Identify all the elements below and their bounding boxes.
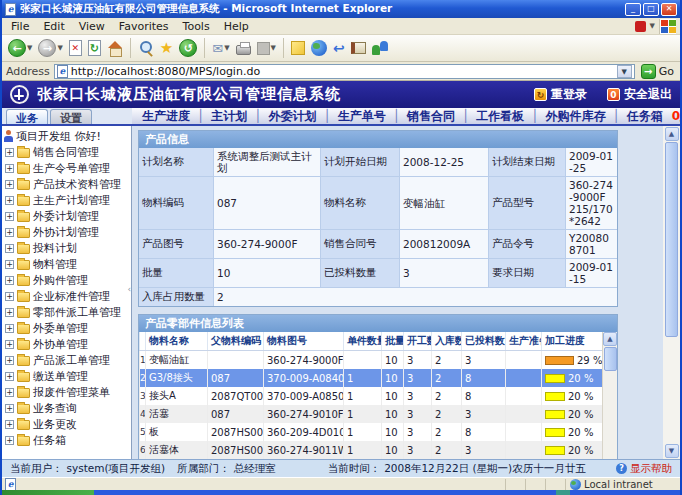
expand-icon[interactable]: + [5,372,14,381]
search-button[interactable] [136,36,156,60]
sidebar-item[interactable]: +零部件派工单管理 [2,304,131,320]
scroll-down-icon[interactable]: ▼ [665,444,679,458]
column-header[interactable]: 父物料编码 [208,332,264,351]
scroll-up-icon[interactable]: ▲ [665,127,679,141]
column-header[interactable]: 批量 [382,332,404,351]
sidebar-item[interactable]: +外协单管理 [2,336,131,352]
forward-button[interactable]: →▼ [36,36,64,60]
tab-业务[interactable]: 业务 [6,109,48,124]
sidebar-item[interactable]: +产品技术资料管理 [2,176,131,192]
scrollbar-thumb[interactable] [604,347,617,371]
column-header[interactable]: 物料图号 [264,332,344,351]
column-header[interactable]: 开工数 [404,332,432,351]
address-input[interactable] [71,65,614,78]
sidebar-collapse-handle[interactable]: ‹ [127,284,131,294]
expand-icon[interactable]: + [5,212,14,221]
menu-favorites[interactable]: Favorites [112,20,176,33]
menu-tools[interactable]: Tools [176,20,217,33]
relogin-button[interactable]: ↻ 重登录 [534,86,587,103]
mail-button[interactable]: ✉▼ [210,36,231,60]
expand-icon[interactable]: + [5,276,14,285]
minimize-button[interactable]: _ [625,3,641,16]
nav-item[interactable]: 生产单号 [338,108,386,124]
curved-arrow-button[interactable]: ↩ [331,36,347,60]
research-button[interactable] [349,36,368,60]
nav-item[interactable]: 销售合同 [407,108,455,124]
expand-icon[interactable]: + [5,180,14,189]
column-header[interactable]: 加工进度 [542,332,603,351]
expand-icon[interactable]: + [5,324,14,333]
stop-button[interactable]: ✕ [67,36,84,60]
sidebar-item[interactable]: +外协计划管理 [2,224,131,240]
column-header[interactable]: 生产准备 [506,332,542,351]
expand-icon[interactable]: + [5,420,14,429]
sidebar-item[interactable]: +物料管理 [2,256,131,272]
table-row[interactable]: 4活塞087360-274-9010F11032320 % [140,405,603,423]
refresh-button[interactable]: ↻ [86,36,103,60]
scroll-up-icon[interactable]: ▲ [603,332,617,346]
menu-edit[interactable]: Edit [36,20,71,33]
page-vertical-scrollbar[interactable]: ▲ ▼ [663,126,680,459]
menu-help[interactable]: Help [217,20,256,33]
sidebar-item[interactable]: +业务更改 [2,416,131,432]
edit-button[interactable]: ▼ [255,36,278,60]
column-header[interactable]: 物料名称 [146,332,208,351]
nav-item[interactable]: 生产进度 [142,108,190,124]
scrollbar-thumb[interactable] [665,142,678,337]
maximize-button[interactable]: □ [643,3,659,16]
close-button[interactable]: ✕ [661,3,677,16]
sidebar-item[interactable]: +任务箱 [2,432,131,448]
menu-file[interactable]: File [4,20,36,33]
expand-icon[interactable]: + [5,244,14,253]
sidebar-item[interactable]: +外购件管理 [2,272,131,288]
nav-item[interactable]: 任务箱 [627,108,663,124]
expand-icon[interactable]: + [5,340,14,349]
adobe-pdf-icon[interactable] [635,21,646,32]
home-button[interactable] [105,36,125,60]
sidebar-item[interactable]: +产品派工单管理 [2,352,131,368]
favorites-button[interactable]: ★ [158,36,175,60]
sidebar-item[interactable]: +缴送单管理 [2,368,131,384]
nav-item[interactable]: 外购件库存 [545,108,605,124]
adobe-dropdown-icon[interactable]: ▼ [650,22,655,30]
expand-icon[interactable]: + [5,164,14,173]
sidebar-item[interactable]: +生产令号单管理 [2,160,131,176]
expand-icon[interactable]: + [5,436,14,445]
expand-icon[interactable]: + [5,388,14,397]
table-row[interactable]: 3接头A2087QT002370-009-A085011032820 % [140,387,603,405]
table-row[interactable]: 1变幅油缸360-274-9000F1032329 % [140,351,603,370]
go-button[interactable]: → Go [639,64,676,79]
sidebar-item[interactable]: +主生产计划管理 [2,192,131,208]
expand-icon[interactable]: + [5,308,14,317]
sidebar-item[interactable]: +报废件管理菜单 [2,384,131,400]
column-header[interactable]: 已投料数 [462,332,506,351]
table-row[interactable]: 2G3/8接头087370-009-A084011032820 % [140,369,603,387]
parts-vertical-scrollbar[interactable]: ▲ ▼ [602,332,617,459]
expand-icon[interactable]: + [5,292,14,301]
start-button[interactable] [2,490,94,495]
nav-item[interactable]: 主计划 [211,108,247,124]
table-row[interactable]: 5板2087HS002360-209-4D01011032820 % [140,423,603,441]
sidebar-item[interactable]: +投料计划 [2,240,131,256]
table-row[interactable]: 6活塞体2087HS002360-274-9011W11032320 % [140,441,603,459]
expand-icon[interactable]: + [5,148,14,157]
history-button[interactable]: ↺ [177,36,199,60]
print-button[interactable] [234,36,253,60]
nav-item[interactable]: 外委计划 [268,108,316,124]
notes-button[interactable] [289,36,307,60]
sidebar-item[interactable]: +企业标准件管理 [2,288,131,304]
tab-设置[interactable]: 设置 [50,109,92,124]
column-header[interactable]: 入库数 [432,332,462,351]
sidebar-item[interactable]: +外委计划管理 [2,208,131,224]
sidebar-item[interactable]: +外委单管理 [2,320,131,336]
back-button[interactable]: ←▼ [6,36,34,60]
expand-icon[interactable]: + [5,228,14,237]
sidebar-item[interactable]: +销售合同管理 [2,144,131,160]
messenger-button[interactable] [370,36,390,60]
browser-globe-button[interactable] [309,36,329,60]
menu-view[interactable]: View [72,20,112,33]
show-help-link[interactable]: ? 显示帮助 [616,462,672,476]
address-dropdown-icon[interactable]: ▼ [617,65,632,78]
sidebar-item[interactable]: +业务查询 [2,400,131,416]
expand-icon[interactable]: + [5,260,14,269]
